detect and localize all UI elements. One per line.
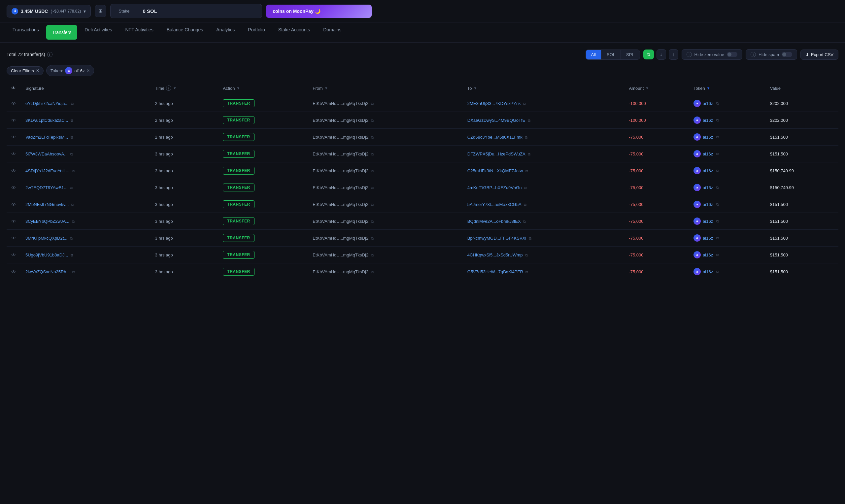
to-address-link[interactable]: BQdniMve2A...oFbmkJ8fEX bbox=[467, 219, 521, 224]
signature-copy-icon[interactable]: ⧉ bbox=[71, 119, 73, 123]
from-copy-icon[interactable]: ⧉ bbox=[371, 135, 374, 139]
to-copy-icon[interactable]: ⧉ bbox=[528, 119, 531, 123]
time-filter-icon[interactable]: ▼ bbox=[173, 86, 177, 90]
action-filter-icon[interactable]: ▼ bbox=[236, 86, 240, 90]
from-copy-icon[interactable]: ⧉ bbox=[371, 203, 374, 206]
signature-link[interactable]: 4SDtjYs1J2dEvaYoiL... bbox=[25, 168, 69, 173]
row-eye-icon[interactable]: 👁 bbox=[11, 118, 16, 123]
token-name-link[interactable]: ai16z bbox=[703, 269, 713, 274]
tab-balance-changes[interactable]: Balance Changes bbox=[161, 22, 209, 42]
token-copy-icon[interactable]: ⧉ bbox=[716, 169, 719, 173]
to-address-link[interactable]: C25mHFk3tN...XkQME7Jotw bbox=[467, 168, 523, 173]
amount-column-header[interactable]: Amount ▼ bbox=[629, 86, 684, 91]
signature-copy-icon[interactable]: ⧉ bbox=[70, 186, 73, 190]
signature-copy-icon[interactable]: ⧉ bbox=[71, 203, 74, 206]
from-copy-icon[interactable]: ⧉ bbox=[371, 270, 374, 274]
to-address-link[interactable]: 4mKefTiGBP...hXEZu9VhGn bbox=[467, 185, 522, 190]
token-filter-icon[interactable]: ▼ bbox=[707, 86, 710, 90]
token-copy-icon[interactable]: ⧉ bbox=[716, 236, 719, 240]
tab-nft[interactable]: NFT Activities bbox=[119, 22, 159, 42]
token-name-link[interactable]: ai16z bbox=[703, 202, 713, 207]
sort-desc-btn[interactable]: ↑ bbox=[669, 49, 678, 60]
action-column-header[interactable]: Action ▼ bbox=[223, 86, 303, 91]
from-copy-icon[interactable]: ⧉ bbox=[371, 219, 374, 223]
row-eye-icon[interactable]: 👁 bbox=[11, 134, 16, 140]
amount-filter-icon[interactable]: ▼ bbox=[645, 86, 649, 90]
row-eye-icon[interactable]: 👁 bbox=[11, 202, 16, 207]
to-address-link[interactable]: CZq68c3Ybe...M5s6X11Fmk bbox=[467, 135, 522, 140]
token-copy-icon[interactable]: ⧉ bbox=[716, 135, 719, 139]
row-eye-icon[interactable]: 👁 bbox=[11, 101, 16, 106]
signature-copy-icon[interactable]: ⧉ bbox=[72, 169, 75, 173]
tab-stake-accounts[interactable]: Stake Accounts bbox=[272, 22, 316, 42]
to-copy-icon[interactable]: ⧉ bbox=[525, 169, 528, 173]
token-copy-icon[interactable]: ⧉ bbox=[716, 202, 719, 206]
row-eye-icon[interactable]: 👁 bbox=[11, 252, 16, 258]
tab-defi[interactable]: Defi Activities bbox=[78, 22, 118, 42]
signature-copy-icon[interactable]: ⧉ bbox=[72, 219, 75, 223]
token-copy-icon[interactable]: ⧉ bbox=[716, 118, 719, 123]
from-column-header[interactable]: From ▼ bbox=[312, 86, 458, 91]
token-copy-icon[interactable]: ⧉ bbox=[716, 270, 719, 274]
row-eye-icon[interactable]: 👁 bbox=[11, 151, 16, 157]
token-column-header[interactable]: Token ▼ bbox=[694, 86, 761, 91]
to-copy-icon[interactable]: ⧉ bbox=[525, 135, 527, 139]
signature-copy-icon[interactable]: ⧉ bbox=[70, 236, 73, 240]
promo-card[interactable]: coins on MoonPay 🌙 bbox=[266, 5, 372, 18]
spam-switch[interactable] bbox=[781, 52, 792, 57]
token-copy-icon[interactable]: ⧉ bbox=[716, 152, 719, 156]
wallet-selector[interactable]: U 3.45M USDC (~$3,447,778.82) ▾ bbox=[6, 5, 91, 18]
from-copy-icon[interactable]: ⧉ bbox=[371, 152, 374, 156]
info-icon[interactable]: i bbox=[47, 52, 53, 57]
token-name-link[interactable]: ai16z bbox=[703, 151, 713, 157]
clear-filters-x-icon[interactable]: ✕ bbox=[36, 68, 39, 73]
tab-portfolio[interactable]: Portfolio bbox=[242, 22, 271, 42]
token-copy-icon[interactable]: ⧉ bbox=[716, 101, 719, 106]
to-copy-icon[interactable]: ⧉ bbox=[523, 219, 526, 223]
to-copy-icon[interactable]: ⧉ bbox=[529, 236, 532, 240]
signature-copy-icon[interactable]: ⧉ bbox=[71, 135, 73, 139]
value-column-header[interactable]: Value bbox=[770, 86, 834, 91]
to-address-link[interactable]: BpNcmwyMGD...FFGF4KSVXi bbox=[467, 236, 526, 240]
row-eye-icon[interactable]: 👁 bbox=[11, 269, 16, 275]
export-csv-button[interactable]: ⬇ Export CSV bbox=[801, 50, 839, 60]
from-copy-icon[interactable]: ⧉ bbox=[371, 169, 374, 173]
sort-asc-btn[interactable]: ↓ bbox=[657, 49, 666, 60]
sort-default-btn[interactable]: ⇅ bbox=[643, 50, 654, 59]
token-name-link[interactable]: ai16z bbox=[703, 135, 713, 140]
to-copy-icon[interactable]: ⧉ bbox=[523, 102, 526, 106]
to-address-link[interactable]: DFZWPX5jDu...HzePdSWuZA bbox=[467, 151, 525, 157]
token-name-link[interactable]: ai16z bbox=[703, 252, 713, 257]
token-copy-icon[interactable]: ⧉ bbox=[716, 253, 719, 257]
signature-copy-icon[interactable]: ⧉ bbox=[70, 152, 73, 156]
token-copy-icon[interactable]: ⧉ bbox=[716, 185, 719, 190]
signature-link[interactable]: VadZm2LFdTepRsM... bbox=[25, 135, 68, 140]
signature-link[interactable]: 2wTEQD7T9YAwB1... bbox=[25, 185, 67, 190]
hide-zero-toggle[interactable]: i Hide zero value bbox=[682, 49, 742, 60]
token-name-link[interactable]: ai16z bbox=[703, 101, 713, 106]
tab-transactions[interactable]: Transactions bbox=[6, 22, 45, 42]
row-eye-icon[interactable]: 👁 bbox=[11, 218, 16, 224]
to-copy-icon[interactable]: ⧉ bbox=[525, 270, 528, 274]
to-copy-icon[interactable]: ⧉ bbox=[524, 203, 526, 206]
token-filter-chip[interactable]: Token: a ai16z ✕ bbox=[46, 65, 94, 76]
filter-sol-btn[interactable]: SOL bbox=[601, 50, 621, 59]
from-copy-icon[interactable]: ⧉ bbox=[371, 186, 374, 190]
to-address-link[interactable]: 2ME3hUfjS3...7KDYsxPYnk bbox=[467, 101, 521, 106]
hide-spam-toggle[interactable]: i Hide spam bbox=[745, 49, 797, 60]
from-filter-icon[interactable]: ▼ bbox=[324, 86, 328, 90]
to-copy-icon[interactable]: ⧉ bbox=[525, 253, 528, 257]
clear-filters-chip[interactable]: Clear Filters ✕ bbox=[6, 66, 43, 75]
layout-toggle-button[interactable]: ⊞ bbox=[95, 5, 106, 17]
token-name-link[interactable]: ai16z bbox=[703, 168, 713, 173]
signature-link[interactable]: 5Ugo9jVbU91b8aDJ... bbox=[25, 252, 68, 257]
filter-all-btn[interactable]: All bbox=[586, 50, 601, 59]
signature-link[interactable]: 3CyEBYbQPbZ2wJA... bbox=[25, 219, 69, 224]
from-copy-icon[interactable]: ⧉ bbox=[371, 253, 374, 257]
row-eye-icon[interactable]: 👁 bbox=[11, 185, 16, 191]
token-copy-icon[interactable]: ⧉ bbox=[716, 219, 719, 223]
from-copy-icon[interactable]: ⧉ bbox=[371, 102, 374, 106]
signature-copy-icon[interactable]: ⧉ bbox=[71, 253, 73, 257]
to-address-link[interactable]: DXaeGzDwyS...4M9BQGoTfE bbox=[467, 118, 525, 123]
signature-column-header[interactable]: Signature bbox=[25, 86, 146, 91]
